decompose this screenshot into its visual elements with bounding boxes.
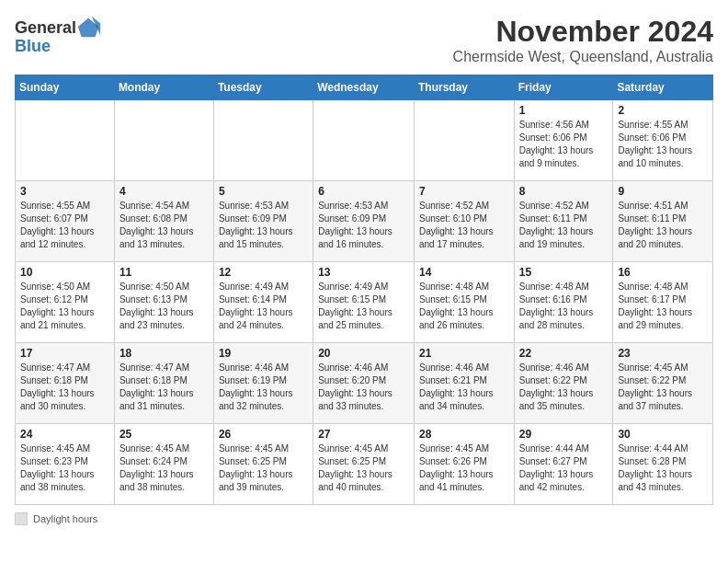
day-info: Sunrise: 4:45 AM Sunset: 6:22 PM Dayligh… <box>618 362 708 413</box>
day-info: Sunrise: 4:45 AM Sunset: 6:25 PM Dayligh… <box>318 442 409 494</box>
day-number: 29 <box>519 428 609 441</box>
calendar-week-row: 17Sunrise: 4:47 AM Sunset: 6:18 PM Dayli… <box>16 343 713 424</box>
calendar-cell: 17Sunrise: 4:47 AM Sunset: 6:18 PM Dayli… <box>16 343 115 424</box>
calendar: SundayMondayTuesdayWednesdayThursdayFrid… <box>15 75 713 505</box>
calendar-week-row: 3Sunrise: 4:55 AM Sunset: 6:07 PM Daylig… <box>16 181 713 262</box>
calendar-cell: 8Sunrise: 4:52 AM Sunset: 6:11 PM Daylig… <box>514 181 613 262</box>
page-title: November 2024 <box>453 15 713 49</box>
calendar-cell: 29Sunrise: 4:44 AM Sunset: 6:27 PM Dayli… <box>514 424 613 505</box>
page-subtitle: Chermside West, Queensland, Australia <box>453 49 713 65</box>
calendar-cell: 24Sunrise: 4:45 AM Sunset: 6:23 PM Dayli… <box>16 424 115 505</box>
calendar-cell: 28Sunrise: 4:45 AM Sunset: 6:26 PM Dayli… <box>414 424 514 505</box>
calendar-cell: 23Sunrise: 4:45 AM Sunset: 6:22 PM Dayli… <box>613 343 713 424</box>
day-info: Sunrise: 4:46 AM Sunset: 6:19 PM Dayligh… <box>219 362 308 413</box>
day-number: 15 <box>519 266 609 279</box>
day-info: Sunrise: 4:55 AM Sunset: 6:07 PM Dayligh… <box>20 200 109 251</box>
calendar-cell: 7Sunrise: 4:52 AM Sunset: 6:10 PM Daylig… <box>414 181 514 262</box>
day-number: 16 <box>618 266 708 279</box>
calendar-cell <box>313 100 415 181</box>
day-info: Sunrise: 4:53 AM Sunset: 6:09 PM Dayligh… <box>318 200 409 251</box>
legend: Daylight hours <box>15 512 713 525</box>
calendar-cell: 27Sunrise: 4:45 AM Sunset: 6:25 PM Dayli… <box>313 424 415 505</box>
day-number: 19 <box>219 347 308 360</box>
calendar-cell <box>213 100 313 181</box>
day-info: Sunrise: 4:46 AM Sunset: 6:22 PM Dayligh… <box>519 362 609 413</box>
day-info: Sunrise: 4:56 AM Sunset: 6:06 PM Dayligh… <box>519 119 609 170</box>
day-info: Sunrise: 4:54 AM Sunset: 6:08 PM Dayligh… <box>119 200 209 251</box>
calendar-cell: 6Sunrise: 4:53 AM Sunset: 6:09 PM Daylig… <box>313 181 415 262</box>
day-number: 11 <box>119 266 209 279</box>
day-number: 5 <box>219 185 308 198</box>
day-info: Sunrise: 4:46 AM Sunset: 6:21 PM Dayligh… <box>419 362 509 413</box>
calendar-week-row: 24Sunrise: 4:45 AM Sunset: 6:23 PM Dayli… <box>16 424 713 505</box>
logo-icon <box>76 15 102 40</box>
calendar-cell: 11Sunrise: 4:50 AM Sunset: 6:13 PM Dayli… <box>114 262 213 343</box>
day-info: Sunrise: 4:45 AM Sunset: 6:24 PM Dayligh… <box>119 442 209 494</box>
calendar-cell: 22Sunrise: 4:46 AM Sunset: 6:22 PM Dayli… <box>514 343 613 424</box>
day-info: Sunrise: 4:46 AM Sunset: 6:20 PM Dayligh… <box>318 362 409 413</box>
day-number: 14 <box>419 266 509 279</box>
day-info: Sunrise: 4:52 AM Sunset: 6:10 PM Dayligh… <box>419 200 509 251</box>
header: General Blue November 2024 Chermside Wes… <box>15 15 713 65</box>
calendar-week-row: 1Sunrise: 4:56 AM Sunset: 6:06 PM Daylig… <box>16 100 713 181</box>
weekday-header-row: SundayMondayTuesdayWednesdayThursdayFrid… <box>16 75 713 100</box>
day-number: 26 <box>219 428 308 441</box>
day-info: Sunrise: 4:53 AM Sunset: 6:09 PM Dayligh… <box>219 200 308 251</box>
day-info: Sunrise: 4:44 AM Sunset: 6:28 PM Dayligh… <box>618 442 708 494</box>
day-info: Sunrise: 4:51 AM Sunset: 6:11 PM Dayligh… <box>618 200 708 251</box>
calendar-cell: 4Sunrise: 4:54 AM Sunset: 6:08 PM Daylig… <box>114 181 213 262</box>
weekday-header-sunday: Sunday <box>16 75 115 100</box>
weekday-header-saturday: Saturday <box>613 75 713 100</box>
calendar-cell <box>114 100 213 181</box>
calendar-cell: 5Sunrise: 4:53 AM Sunset: 6:09 PM Daylig… <box>213 181 313 262</box>
calendar-cell: 18Sunrise: 4:47 AM Sunset: 6:18 PM Dayli… <box>114 343 213 424</box>
calendar-cell: 14Sunrise: 4:48 AM Sunset: 6:15 PM Dayli… <box>414 262 514 343</box>
title-area: November 2024 Chermside West, Queensland… <box>453 15 713 65</box>
day-number: 6 <box>318 185 409 198</box>
calendar-cell: 1Sunrise: 4:56 AM Sunset: 6:06 PM Daylig… <box>514 100 613 181</box>
day-info: Sunrise: 4:45 AM Sunset: 6:26 PM Dayligh… <box>419 442 509 494</box>
calendar-cell: 26Sunrise: 4:45 AM Sunset: 6:25 PM Dayli… <box>213 424 313 505</box>
calendar-week-row: 10Sunrise: 4:50 AM Sunset: 6:12 PM Dayli… <box>16 262 713 343</box>
day-info: Sunrise: 4:49 AM Sunset: 6:15 PM Dayligh… <box>318 281 409 332</box>
day-info: Sunrise: 4:48 AM Sunset: 6:15 PM Dayligh… <box>419 281 509 332</box>
day-info: Sunrise: 4:45 AM Sunset: 6:25 PM Dayligh… <box>219 442 308 494</box>
weekday-header-wednesday: Wednesday <box>313 75 415 100</box>
weekday-header-monday: Monday <box>114 75 213 100</box>
calendar-cell <box>414 100 514 181</box>
day-info: Sunrise: 4:50 AM Sunset: 6:12 PM Dayligh… <box>20 281 109 332</box>
day-info: Sunrise: 4:50 AM Sunset: 6:13 PM Dayligh… <box>119 281 209 332</box>
calendar-cell: 10Sunrise: 4:50 AM Sunset: 6:12 PM Dayli… <box>16 262 115 343</box>
day-number: 10 <box>20 266 109 279</box>
day-number: 28 <box>419 428 509 441</box>
day-info: Sunrise: 4:49 AM Sunset: 6:14 PM Dayligh… <box>219 281 308 332</box>
calendar-cell: 19Sunrise: 4:46 AM Sunset: 6:19 PM Dayli… <box>213 343 313 424</box>
day-number: 7 <box>419 185 509 198</box>
calendar-cell <box>16 100 115 181</box>
calendar-body: 1Sunrise: 4:56 AM Sunset: 6:06 PM Daylig… <box>16 100 713 505</box>
day-number: 30 <box>618 428 708 441</box>
day-number: 3 <box>20 185 109 198</box>
day-number: 27 <box>318 428 409 441</box>
calendar-cell: 9Sunrise: 4:51 AM Sunset: 6:11 PM Daylig… <box>613 181 713 262</box>
day-number: 24 <box>20 428 109 441</box>
calendar-cell: 20Sunrise: 4:46 AM Sunset: 6:20 PM Dayli… <box>313 343 415 424</box>
day-number: 18 <box>119 347 209 360</box>
day-number: 12 <box>219 266 308 279</box>
calendar-cell: 25Sunrise: 4:45 AM Sunset: 6:24 PM Dayli… <box>114 424 213 505</box>
weekday-header-thursday: Thursday <box>414 75 514 100</box>
day-number: 4 <box>119 185 209 198</box>
day-number: 21 <box>419 347 509 360</box>
day-number: 23 <box>618 347 708 360</box>
day-info: Sunrise: 4:48 AM Sunset: 6:16 PM Dayligh… <box>519 281 609 332</box>
legend-label: Daylight hours <box>33 513 97 524</box>
calendar-cell: 16Sunrise: 4:48 AM Sunset: 6:17 PM Dayli… <box>613 262 713 343</box>
day-info: Sunrise: 4:44 AM Sunset: 6:27 PM Dayligh… <box>519 442 609 494</box>
day-number: 17 <box>20 347 109 360</box>
calendar-cell: 15Sunrise: 4:48 AM Sunset: 6:16 PM Dayli… <box>514 262 613 343</box>
day-number: 1 <box>519 104 609 117</box>
day-number: 2 <box>618 104 708 117</box>
day-info: Sunrise: 4:45 AM Sunset: 6:23 PM Dayligh… <box>20 442 109 494</box>
logo-general-text: General <box>15 18 76 38</box>
day-number: 25 <box>119 428 209 441</box>
